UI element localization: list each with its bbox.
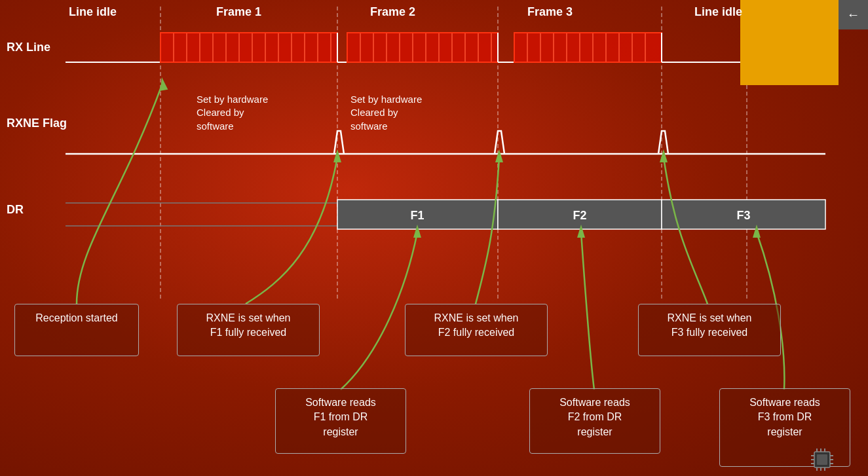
label-line-idle-right: Line idle [694,5,742,19]
box-f1-read: Software reads F1 from DR register [275,388,406,454]
f1-read-line2: F1 from DR [314,411,368,422]
svg-marker-67 [660,149,668,162]
yellow-block [740,0,839,85]
svg-rect-39 [514,33,662,62]
annotation-hw-cleared-1: Set by hardware Cleared by software [197,93,268,133]
timing-diagram-svg: F1 F2 F3 [0,0,839,476]
f3-received-line2: F3 fully received [671,327,748,338]
svg-rect-70 [817,454,827,465]
f2-read-line2: F2 from DR [568,411,622,422]
svg-marker-65 [495,149,503,162]
box-f3-received: RXNE is set when F3 fully received [638,304,781,356]
box-f2-received: RXNE is set when F2 fully received [405,304,548,356]
f1-received-line2: F1 fully received [210,327,287,338]
label-frame3: Frame 3 [527,5,573,19]
reception-started-text: Reception started [35,312,117,323]
f3-read-line3: register [767,426,802,437]
annotation-hw-cleared-2: Set by hardware Cleared by software [350,93,422,133]
f2-read-line1: Software reads [559,397,630,408]
box-f1-received: RXNE is set when F1 fully received [177,304,320,356]
box-f2-read: Software reads F2 from DR register [529,388,660,454]
f1-read-line1: Software reads [305,397,376,408]
f3-read-line2: F3 from DR [758,411,812,422]
back-icon: ← [847,7,860,22]
f2-received-line2: F2 fully received [438,327,515,338]
label-line-idle-left: Line idle [69,5,117,19]
label-rxne-flag: RXNE Flag [7,117,67,130]
label-dr: DR [7,203,24,217]
f2-received-line1: RXNE is set when [434,312,519,323]
f1-read-line3: register [323,426,358,437]
svg-text:F2: F2 [573,209,586,222]
svg-marker-62 [158,77,168,91]
f3-read-line1: Software reads [749,397,820,408]
label-frame1: Frame 1 [216,5,261,19]
svg-text:F3: F3 [736,209,750,222]
svg-rect-24 [347,33,498,62]
label-frame2: Frame 2 [370,5,415,19]
back-button[interactable]: ← [839,0,868,29]
label-rx-line: RX Line [7,41,50,54]
f1-received-line1: RXNE is set when [206,312,291,323]
chip-icon [809,447,835,473]
f3-received-line1: RXNE is set when [668,312,752,323]
svg-text:F1: F1 [410,209,424,222]
f2-read-line3: register [577,426,612,437]
box-reception-started: Reception started [14,304,139,356]
